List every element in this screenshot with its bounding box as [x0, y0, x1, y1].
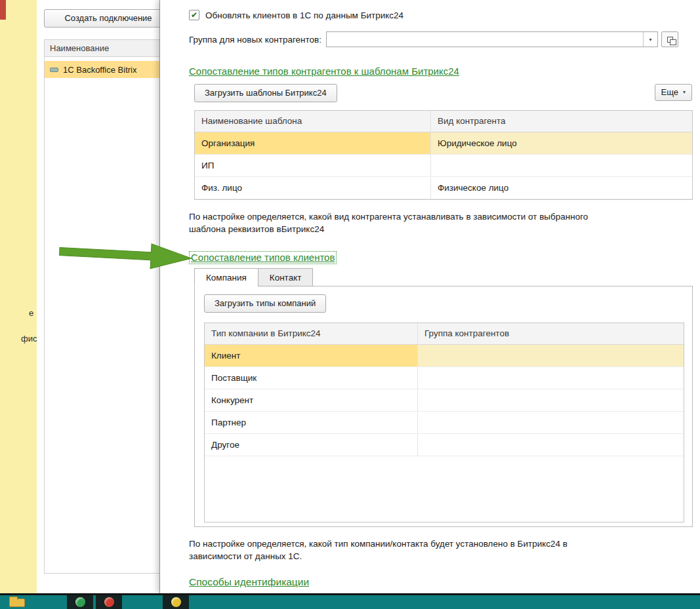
new-group-choose-button[interactable]	[661, 31, 678, 47]
client-types-table-header: Тип компании в Битрикс24 Группа контраге…	[205, 323, 684, 345]
connections-panel: Создать подключение Наименование 1C Back…	[37, 0, 160, 593]
create-connection-button[interactable]: Создать подключение	[44, 9, 173, 28]
left-sidebar-strip: е фис	[0, 0, 37, 593]
cell-template-name: ИП	[195, 155, 431, 176]
connection-name: 1C Backoffice Bitrix	[63, 65, 136, 75]
green-app-icon	[75, 597, 85, 607]
table-row[interactable]: Другое	[205, 434, 684, 456]
templates-table-header: Наименование шаблона Вид контрагента	[195, 111, 692, 132]
tab-contact[interactable]: Контакт	[258, 268, 314, 286]
templates-table: Наименование шаблона Вид контрагента Орг…	[194, 110, 693, 200]
column-header-counterparty-kind[interactable]: Вид контрагента	[431, 111, 692, 132]
cell-counterparty-group	[418, 434, 684, 456]
identification-section-link[interactable]: Способы идентификации	[189, 576, 309, 588]
chevron-down-icon: ▾	[683, 85, 686, 100]
cell-counterparty-kind: Физическое лицо	[431, 177, 692, 199]
client-types-note: По настройке определяется, какой тип ком…	[189, 538, 599, 562]
red-app-icon	[104, 597, 114, 607]
new-group-dropdown-button[interactable]: ▾	[643, 32, 657, 47]
templates-section-link[interactable]: Сопоставление типов контрагентов к шабло…	[189, 66, 459, 77]
load-company-types-button[interactable]: Загрузить типы компаний	[204, 294, 326, 313]
taskbar-app-green[interactable]	[67, 595, 93, 609]
taskbar	[0, 595, 700, 609]
table-row[interactable]: Физ. лицо Физическое лицо	[195, 177, 692, 199]
cell-company-type: Поставщик	[205, 367, 418, 389]
cell-counterparty-group	[418, 367, 684, 389]
cell-company-type: Конкурент	[205, 389, 418, 411]
checkmark-icon: ✔	[191, 10, 197, 20]
client-types-table: Тип компании в Битрикс24 Группа контраге…	[204, 323, 684, 522]
new-group-input[interactable]	[327, 32, 643, 47]
templates-note: По настройке определяется, какой вид кон…	[189, 210, 619, 235]
bitrix24-settings-dialog: ✔ Обновлять клиентов в 1С по данным Битр…	[159, 0, 700, 593]
scroll-marker	[0, 0, 6, 20]
cell-company-type: Другое	[205, 434, 418, 456]
table-row[interactable]: Клиент	[205, 345, 684, 367]
cell-counterparty-kind	[431, 155, 692, 176]
column-header-template-name[interactable]: Наименование шаблона	[195, 111, 431, 132]
templates-toolbar: Загрузить шаблоны Битрикс24 Еще ▾	[194, 84, 692, 102]
update-clients-checkbox[interactable]: ✔	[189, 10, 199, 20]
taskbar-app-red[interactable]	[96, 595, 122, 609]
table-row[interactable]: ИП	[195, 155, 692, 177]
more-button[interactable]: Еще ▾	[655, 84, 692, 101]
table-row[interactable]: Поставщик	[205, 367, 684, 389]
client-types-section-link[interactable]: Сопоставление типов клиентов	[189, 251, 337, 264]
choose-from-list-icon	[667, 37, 673, 43]
table-row[interactable]: Организация Юридическое лицо	[195, 132, 692, 155]
sidebar-text-fragment: е	[29, 308, 33, 318]
yellow-app-icon	[171, 597, 181, 607]
chevron-down-icon: ▾	[649, 37, 651, 43]
new-group-field-row: Группа для новых контрагентов: ▾	[189, 31, 678, 47]
cell-counterparty-kind: Юридическое лицо	[431, 132, 692, 154]
company-tab-panel: Загрузить типы компаний Тип компании в Б…	[194, 286, 693, 527]
cell-counterparty-group	[418, 345, 684, 366]
sidebar-text-fragment: фис	[21, 334, 37, 344]
folder-icon[interactable]	[9, 599, 25, 607]
update-clients-label: Обновлять клиентов в 1С по данным Битрик…	[205, 10, 403, 20]
update-clients-row: ✔ Обновлять клиентов в 1С по данным Битр…	[189, 9, 692, 21]
cell-template-name: Организация	[195, 132, 431, 154]
column-header-counterparty-group[interactable]: Группа контрагентов	[418, 323, 684, 344]
cell-company-type: Партнер	[205, 412, 418, 433]
load-templates-button[interactable]: Загрузить шаблоны Битрикс24	[194, 84, 337, 102]
connection-row[interactable]: 1C Backoffice Bitrix	[45, 61, 172, 78]
table-row[interactable]: Партнер	[205, 412, 684, 434]
column-header-company-type[interactable]: Тип компании в Битрикс24	[205, 323, 418, 344]
connections-table: Наименование 1C Backoffice Bitrix	[44, 39, 173, 574]
connections-column-header[interactable]: Наименование	[45, 40, 172, 57]
cell-counterparty-group	[418, 412, 684, 433]
connection-item-icon	[50, 68, 58, 72]
tab-company[interactable]: Компания	[194, 268, 258, 286]
cell-template-name: Физ. лицо	[195, 177, 431, 199]
taskbar-app-yellow[interactable]	[163, 595, 189, 609]
new-group-label: Группа для новых контрагентов:	[189, 35, 321, 45]
client-types-tabs: Компания Контакт	[194, 268, 692, 286]
more-button-label: Еще	[661, 85, 678, 100]
table-row[interactable]: Конкурент	[205, 389, 684, 412]
cell-company-type: Клиент	[205, 345, 418, 366]
new-group-combobox: ▾	[326, 31, 658, 47]
cell-counterparty-group	[418, 389, 684, 411]
